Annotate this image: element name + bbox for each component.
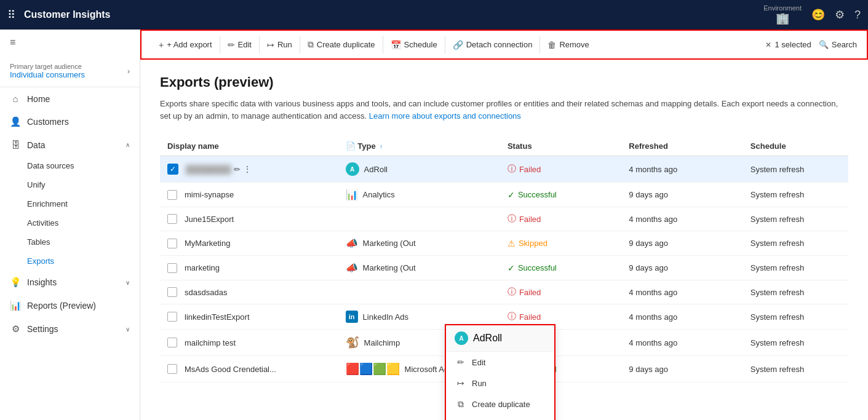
table-row[interactable]: marketing 📣 Marketing (Out xyxy=(160,256,848,280)
run-button[interactable]: ↦ Run xyxy=(260,36,300,53)
type-cell: A AdRoll xyxy=(346,162,493,176)
context-menu-run[interactable]: ↦ Run xyxy=(446,373,554,394)
table-row[interactable]: MyMarketing 📣 Marketing (Out xyxy=(160,231,848,256)
context-menu-edit[interactable]: ✏ Edit xyxy=(446,352,554,373)
settings-icon[interactable]: ⚙ xyxy=(835,8,845,22)
user-icon[interactable]: 😊 xyxy=(811,8,825,22)
table-row[interactable]: June15Export ⓘ Failed 4 months ago xyxy=(160,207,848,231)
tables-label: Tables xyxy=(27,237,50,247)
status-text: Failed xyxy=(519,165,541,174)
environment-icon[interactable]: 🏢 xyxy=(776,12,789,25)
sidebar-item-settings[interactable]: ⚙ Settings ∨ xyxy=(0,317,140,341)
sidebar-sub-item-data-sources[interactable]: Data sources xyxy=(0,156,140,175)
row-name-cell: marketing xyxy=(160,256,338,280)
row-checkbox[interactable] xyxy=(167,190,177,200)
sidebar-sub-item-enrichment[interactable]: Enrichment xyxy=(0,194,140,213)
row-schedule-cell: System refresh xyxy=(743,280,848,304)
row-checkbox[interactable]: ✓ xyxy=(167,164,178,175)
status-success-icon: ✓ xyxy=(508,190,515,200)
row-refreshed-cell: 4 months ago xyxy=(621,207,743,231)
remove-button[interactable]: 🗑 Remove xyxy=(540,36,596,53)
duplicate-icon: ⧉ xyxy=(308,39,314,50)
status-text: Failed xyxy=(519,288,541,297)
col-header-status: Status xyxy=(500,137,621,156)
status-badge: ✓ Successful xyxy=(508,263,614,273)
sidebar-item-data[interactable]: 🗄 Data ∧ xyxy=(0,133,140,156)
edit-button[interactable]: ✏ Edit xyxy=(220,36,260,53)
sidebar-item-reports[interactable]: 📊 Reports (Preview) xyxy=(0,294,140,317)
row-refreshed-cell: 4 months ago xyxy=(621,280,743,304)
sidebar-sub-item-exports[interactable]: Exports xyxy=(0,252,140,271)
sidebar-sub-item-activities[interactable]: Activities xyxy=(0,213,140,232)
col-header-type[interactable]: 📄 Type ↑ xyxy=(338,137,500,156)
row-actions: sdasdsadas xyxy=(167,287,331,297)
row-checkbox[interactable] xyxy=(167,214,177,224)
status-skipped-icon: ⚠ xyxy=(508,239,516,248)
sidebar-sub-item-unify[interactable]: Unify xyxy=(0,175,140,194)
hamburger-button[interactable]: ≡ xyxy=(0,30,140,55)
row-checkbox[interactable] xyxy=(167,239,177,248)
context-menu-duplicate[interactable]: ⧉ Create duplicate xyxy=(446,394,554,415)
create-duplicate-button[interactable]: ⧉ Create duplicate xyxy=(300,36,383,53)
sidebar-item-settings-label: Settings xyxy=(27,324,119,334)
row-checkbox[interactable] xyxy=(167,338,177,347)
row-checkbox[interactable] xyxy=(167,312,177,322)
col-header-refreshed: Refreshed xyxy=(621,137,743,156)
row-checkbox[interactable] xyxy=(167,263,177,273)
help-icon[interactable]: ? xyxy=(854,9,861,22)
type-icon: 📊 xyxy=(346,189,358,200)
customers-icon: 👤 xyxy=(10,116,21,127)
row-refreshed-cell: 9 days ago xyxy=(621,231,743,256)
status-badge: ⚠ Skipped xyxy=(508,239,614,248)
app-grid-icon[interactable]: ⠿ xyxy=(7,8,15,22)
table-row[interactable]: sdasdsadas ⓘ Failed 4 months ago xyxy=(160,280,848,304)
environment-section: Environment 🏢 xyxy=(763,4,802,25)
row-name-cell: MyMarketing xyxy=(160,231,338,256)
row-edit-icon[interactable]: ✏ xyxy=(234,165,241,174)
run-label: Run xyxy=(277,40,292,49)
context-edit-label: Edit xyxy=(472,358,485,367)
row-name: mimi-synapse xyxy=(185,190,234,199)
status-badge: ⓘ Failed xyxy=(508,164,614,175)
sidebar: ≡ Primary target audience Individual con… xyxy=(0,30,140,420)
row-schedule-cell: System refresh xyxy=(743,330,848,356)
detach-icon: 🔗 xyxy=(453,40,463,50)
enrichment-label: Enrichment xyxy=(27,199,68,208)
type-label: LinkedIn Ads xyxy=(363,312,408,322)
deselect-icon[interactable]: ✕ xyxy=(765,41,771,49)
row-checkbox[interactable] xyxy=(167,364,177,374)
reports-icon: 📊 xyxy=(10,300,21,311)
search-button[interactable]: 🔍 Search xyxy=(819,40,857,49)
row-kebab-menu-icon[interactable]: ⋮ xyxy=(243,164,252,174)
schedule-button[interactable]: 📅 Schedule xyxy=(383,36,445,53)
settings-nav-icon: ⚙ xyxy=(10,323,21,335)
sidebar-item-insights[interactable]: 💡 Insights ∨ xyxy=(0,271,140,294)
sidebar-item-customers-label: Customers xyxy=(27,117,130,127)
page-description: Exports share specific data with various… xyxy=(160,98,848,122)
sidebar-item-customers[interactable]: 👤 Customers xyxy=(0,110,140,133)
add-export-button[interactable]: + + Add export xyxy=(151,36,220,53)
status-failed-icon: ⓘ xyxy=(508,287,516,298)
row-checkbox[interactable] xyxy=(167,287,177,297)
row-name-cell: mailchimp test xyxy=(160,330,338,356)
context-menu: A AdRoll ✏ Edit ↦ Run ⧉ Create duplicate xyxy=(445,324,555,420)
settings-chevron-icon: ∨ xyxy=(125,326,130,333)
app-title: Customer Insights xyxy=(24,9,763,20)
row-actions: June15Export xyxy=(167,214,331,224)
table-row[interactable]: ✓ ████████ ✏ ⋮ A AdRoll xyxy=(160,156,848,183)
audience-text: Primary target audience Individual consu… xyxy=(10,63,127,79)
schedule-icon: 📅 xyxy=(391,40,401,50)
audience-selector[interactable]: Primary target audience Individual consu… xyxy=(0,55,140,87)
status-failed-icon: ⓘ xyxy=(508,213,516,224)
data-chevron-icon: ∧ xyxy=(125,141,130,148)
table-row[interactable]: mimi-synapse 📊 Analytics xyxy=(160,183,848,207)
context-menu-schedule[interactable]: 📅 Schedule xyxy=(446,415,554,420)
trash-icon: 🗑 xyxy=(547,40,556,50)
sidebar-sub-item-tables[interactable]: Tables xyxy=(0,232,140,252)
detach-connection-button[interactable]: 🔗 Detach connection xyxy=(445,36,541,53)
row-name: marketing xyxy=(185,263,220,272)
sidebar-item-home[interactable]: ⌂ Home xyxy=(0,87,140,110)
learn-more-link[interactable]: Learn more about exports and connections xyxy=(369,111,521,121)
context-menu-header-label: AdRoll xyxy=(473,333,502,344)
context-menu-header: A AdRoll xyxy=(446,325,554,352)
